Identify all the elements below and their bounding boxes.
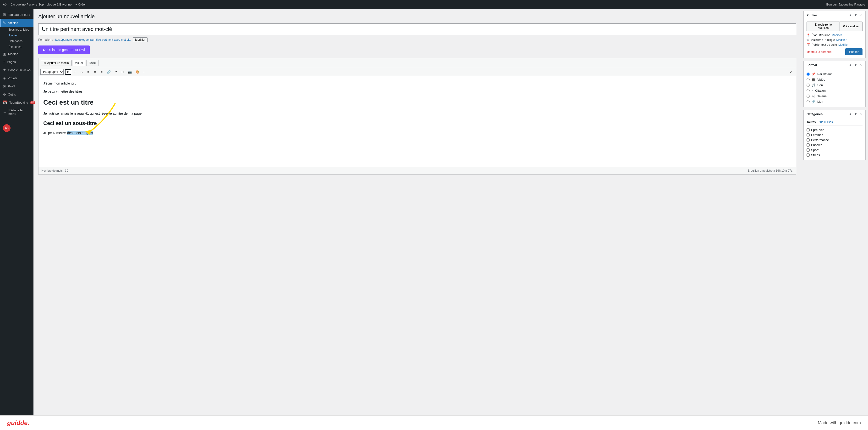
format-label-son[interactable]: Son — [817, 83, 823, 87]
format-label-default[interactable]: Par défaut — [817, 72, 832, 76]
categories-label: Catégories — [9, 39, 23, 43]
format-radio-galerie[interactable] — [807, 94, 810, 98]
permalink-label: Permalien : — [38, 38, 53, 41]
categories-collapse-down[interactable]: ▼ — [854, 112, 858, 116]
sidebar-item-outils[interactable]: ⚙ Outils — [0, 90, 33, 98]
permalink-modify-btn[interactable]: Modifier — [133, 37, 148, 42]
media-bar: ⊕ Ajouter un média Visuel Texte — [38, 58, 796, 68]
visibility-modify-link[interactable]: Modifier — [836, 38, 847, 42]
sidebar-item-articles[interactable]: ✎ Articles — [0, 19, 33, 27]
cat-tab-plus-utilises[interactable]: Plus utilisés — [817, 120, 833, 124]
format-metabox-header: Format ▲ ▼ ✕ — [804, 61, 865, 69]
article-title-input[interactable] — [38, 24, 796, 35]
blockquote-btn[interactable]: ❝ — [113, 69, 119, 75]
bold-icon: B — [67, 70, 69, 74]
category-label-stress[interactable]: Stress — [811, 153, 820, 157]
user-avatar-area: 46 — [0, 122, 33, 134]
italic-btn[interactable]: I — [72, 69, 78, 75]
format-radio-son[interactable] — [807, 84, 810, 87]
category-checkbox-stress[interactable] — [807, 153, 810, 156]
format-icon-lien: 🔗 — [812, 100, 815, 104]
category-checkbox-sport[interactable] — [807, 148, 810, 151]
sidebar-item-medias[interactable]: ▣ Médias — [0, 50, 33, 58]
publish-btn[interactable]: Publier — [845, 48, 863, 55]
category-label-femmes[interactable]: Femmes — [811, 133, 823, 137]
etiquettes-label: Étiquettes — [9, 45, 21, 49]
sidebar-item-projets[interactable]: ◈ Projets — [0, 74, 33, 82]
link-btn[interactable]: 🔗 — [105, 69, 113, 75]
publish-collapse-down[interactable]: ▼ — [854, 13, 858, 17]
publish-close[interactable]: ✕ — [859, 13, 863, 17]
category-checkbox-phobies[interactable] — [807, 143, 810, 146]
category-label-sport[interactable]: Sport — [811, 148, 818, 152]
sidebar-item-etiquettes[interactable]: Étiquettes — [6, 44, 33, 50]
publish-bottom: Mettre à la corbeille Publier — [807, 48, 863, 55]
format-radio-citation[interactable] — [807, 89, 810, 92]
tab-text[interactable]: Texte — [86, 60, 98, 66]
publish-date-modify-link[interactable]: Modifier — [838, 43, 849, 47]
divi-generator-btn[interactable]: D Utiliser le générateur Divi — [38, 46, 90, 54]
categories-collapse-up[interactable]: ▲ — [848, 112, 852, 116]
sidebar-item-categories[interactable]: Catégories — [6, 38, 33, 44]
sidebar-item-ajouter[interactable]: Ajouter — [6, 33, 33, 38]
create-new[interactable]: + Créer — [75, 3, 86, 6]
color-btn[interactable]: 🎨 — [134, 69, 141, 75]
format-label-lien[interactable]: Lien — [817, 100, 823, 104]
format-option-galerie: 🖼 Galerie — [807, 93, 863, 99]
format-label-galerie[interactable]: Galerie — [816, 94, 827, 98]
category-checkbox-femmes[interactable] — [807, 133, 810, 137]
fullscreen-btn[interactable]: ⤢ — [788, 69, 794, 75]
format-label-video[interactable]: Vidéo — [817, 78, 825, 81]
image-btn[interactable]: 📷 — [126, 69, 133, 75]
cat-tab-toutes[interactable]: Toutes — [807, 120, 816, 124]
strikethrough-btn[interactable]: S — [79, 69, 85, 75]
format-radio-lien[interactable] — [807, 100, 810, 103]
sidebar: ⊞ Tableau de bord ✎ Articles Tous les ar… — [0, 9, 33, 430]
sidebar-item-reduire[interactable]: ← Réduire le menu — [0, 107, 33, 118]
format-close[interactable]: ✕ — [859, 63, 863, 67]
category-label-phobies[interactable]: Phobies — [811, 143, 822, 147]
sidebar-item-teambooking[interactable]: 📅 TeamBooking 57 — [0, 98, 33, 107]
category-label-performance[interactable]: Performance — [811, 138, 829, 142]
preview-btn[interactable]: Prévisualiser — [840, 22, 863, 31]
main-content: Ajouter un nouvel article Permalien : ht… — [33, 9, 801, 430]
sidebar-item-profil[interactable]: ◉ Profil — [0, 82, 33, 90]
format-select[interactable]: Paragraphe — [40, 69, 64, 75]
category-checkbox-performance[interactable] — [807, 138, 810, 142]
publish-metabox-header: Publier ▲ ▼ ✕ — [804, 11, 865, 19]
format-label-citation[interactable]: Citation — [815, 89, 826, 92]
publish-date: Publier tout de suite — [812, 43, 837, 47]
bold-btn[interactable]: B — [65, 69, 71, 75]
avatar: 46 — [3, 124, 10, 132]
site-name[interactable]: Jacqueline Parayre Sophrologue à Bayonne — [11, 3, 71, 6]
align-left-btn[interactable]: ≡ — [85, 69, 91, 75]
category-checkbox-epreuves[interactable] — [807, 128, 810, 132]
categories-close[interactable]: ✕ — [859, 112, 863, 116]
status-modify-link[interactable]: Modifier — [832, 33, 842, 37]
format-radio-video[interactable] — [807, 78, 810, 81]
trash-btn[interactable]: Mettre à la corbeille — [807, 50, 832, 54]
dashboard-icon: ⊞ — [3, 12, 6, 17]
permalink-url[interactable]: https://parayre-sophrologue.fr/un-titre-… — [54, 38, 131, 41]
sidebar-item-pages[interactable]: □ Pages — [0, 58, 33, 66]
format-option-default: 📌 Par défaut — [807, 71, 863, 77]
align-center-btn[interactable]: ≡ — [92, 69, 98, 75]
format-collapse-up[interactable]: ▲ — [848, 63, 852, 67]
sidebar-item-dashboard[interactable]: ⊞ Tableau de bord — [0, 10, 33, 19]
publish-collapse-up[interactable]: ▲ — [848, 13, 852, 17]
tous-articles-label: Tous les articles — [9, 28, 29, 31]
editor-body[interactable]: J'écris mon article ici . Je peux y mett… — [38, 76, 796, 167]
format-radio-default[interactable] — [807, 73, 810, 76]
add-media-btn[interactable]: ⊕ Ajouter un média — [41, 60, 71, 66]
table-btn[interactable]: ⊞ — [120, 69, 126, 75]
more-btn[interactable]: ⋯ — [142, 69, 148, 75]
sidebar-item-google-reviews[interactable]: ★ Google Reviews — [0, 66, 33, 74]
visibility-icon: 👁 — [807, 38, 809, 42]
align-right-btn[interactable]: ≡ — [98, 69, 105, 75]
save-draft-btn[interactable]: Enregistrer le brouillon — [807, 22, 840, 31]
tab-visual[interactable]: Visuel — [72, 60, 85, 66]
sidebar-item-tous-articles[interactable]: Tous les articles — [6, 27, 33, 33]
categories-controls: ▲ ▼ ✕ — [848, 112, 863, 116]
category-label-epreuves[interactable]: Epreuves — [811, 128, 824, 132]
format-collapse-down[interactable]: ▼ — [854, 63, 858, 67]
